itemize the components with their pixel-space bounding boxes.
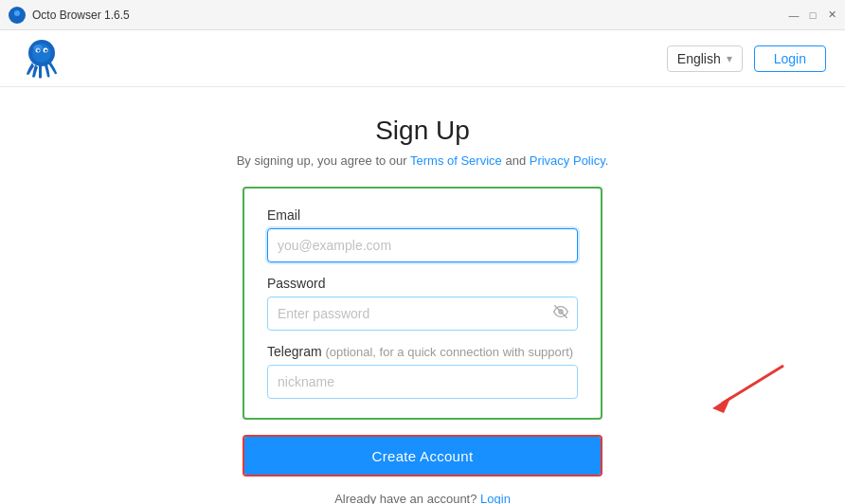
app-title: Octo Browser 1.6.5 [32,9,130,22]
svg-point-8 [33,45,43,50]
privacy-link[interactable]: Privacy Policy [530,153,605,168]
logo-area [19,36,64,81]
subtitle-mid: and [502,153,530,168]
language-selector[interactable]: English ▾ [667,45,743,72]
password-input[interactable] [267,297,578,331]
telegram-label-text: Telegram [267,344,322,359]
svg-line-10 [554,305,566,317]
svg-point-1 [14,10,20,16]
main-content: Sign Up By signing up, you agree to our … [0,87,845,504]
titlebar: Octo Browser 1.6.5 — □ ✕ [0,0,845,30]
header-right: English ▾ Login [667,45,826,72]
maximize-button[interactable]: □ [807,9,818,21]
email-field-wrapper [267,228,578,262]
already-account-text: Already have an account? Login [334,492,511,504]
login-button[interactable]: Login [754,45,826,72]
svg-point-7 [45,49,46,51]
already-pre: Already have an account? [334,492,480,504]
password-field-wrapper [267,297,578,331]
language-label: English [677,51,721,66]
subtitle-post: . [605,153,609,168]
toggle-password-icon[interactable] [553,304,568,323]
signup-form: Email Password Telegram (optional, for a… [243,187,602,420]
chevron-down-icon: ▾ [727,52,732,65]
terms-link[interactable]: Terms of Service [410,153,502,168]
already-login-link[interactable]: Login [480,492,511,504]
close-button[interactable]: ✕ [826,9,837,21]
telegram-sublabel: (optional, for a quick connection with s… [325,345,573,359]
password-label: Password [267,276,578,291]
create-account-button[interactable]: Create Account [244,437,601,475]
telegram-label: Telegram (optional, for a quick connecti… [267,344,578,359]
email-input[interactable] [267,228,578,262]
titlebar-controls: — □ ✕ [788,9,837,21]
minimize-button[interactable]: — [788,9,800,21]
subtitle-pre: By signing up, you agree to our [237,153,410,168]
telegram-field-wrapper [267,365,578,399]
email-label: Email [267,207,578,223]
header: English ▾ Login [0,30,845,87]
logo-octopus-icon [19,36,64,81]
signup-subtitle: By signing up, you agree to our Terms of… [237,153,609,168]
titlebar-logo-icon [8,6,27,25]
telegram-input[interactable] [267,365,578,399]
create-btn-wrapper: Create Account [243,435,602,477]
titlebar-left: Octo Browser 1.6.5 [8,6,130,25]
page-title: Sign Up [375,116,470,146]
